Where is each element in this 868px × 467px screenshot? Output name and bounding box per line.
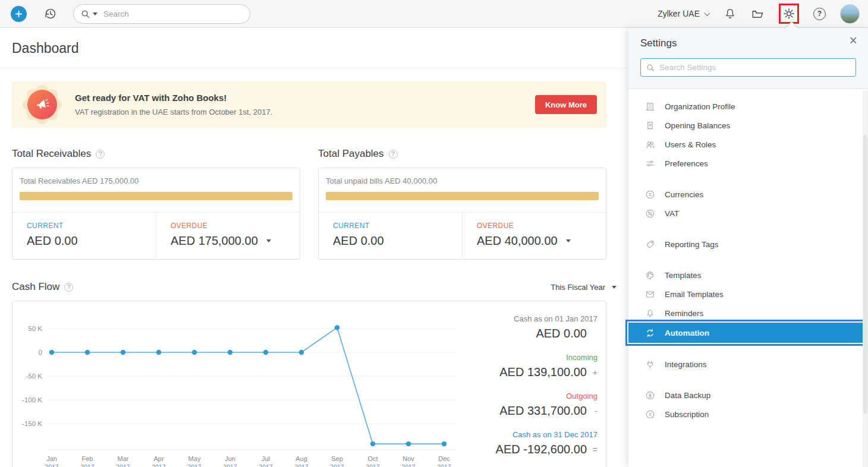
svg-text:-50 K: -50 K: [26, 373, 43, 380]
close-icon[interactable]: ×: [850, 34, 857, 48]
palette-icon: [645, 270, 655, 280]
dollar-circle-icon: $: [645, 190, 655, 200]
svg-text:0: 0: [39, 349, 42, 356]
payables-card: Total unpaid bills AED 40,000.00 CURRENT…: [318, 168, 606, 260]
settings-item-opening-balances[interactable]: Opening Balances: [628, 116, 868, 135]
payables-overdue[interactable]: OVERDUE AED 40,000.00: [462, 213, 606, 259]
help-icon[interactable]: ?: [389, 150, 398, 159]
help-icon[interactable]: ?: [96, 150, 105, 159]
payables-current: CURRENT AED 0.00: [319, 213, 462, 259]
search-input[interactable]: [103, 10, 243, 18]
megaphone-icon: [27, 90, 57, 119]
sliders-icon: [645, 159, 655, 169]
receivables-overdue[interactable]: OVERDUE AED 175,000.00: [156, 213, 300, 259]
svg-text:Sep: Sep: [331, 455, 343, 462]
overdue-label: OVERDUE: [477, 222, 606, 230]
banner-title: Get ready for VAT with Zoho Books!: [75, 93, 272, 103]
settings-panel-header: Settings ×: [628, 28, 868, 89]
svg-text:2017: 2017: [366, 463, 380, 467]
user-avatar[interactable]: [840, 4, 860, 24]
percent-circle-icon: [645, 209, 655, 219]
gear-highlight-box: [779, 4, 799, 24]
settings-item-templates[interactable]: Templates: [628, 266, 868, 285]
period-label: This Fiscal Year: [551, 283, 605, 292]
svg-text:2017: 2017: [401, 463, 416, 467]
dashboard-content: Dashboard Get ready for VAT with Zoho Bo…: [0, 28, 628, 467]
svg-text:2017: 2017: [437, 463, 451, 467]
svg-text:2017: 2017: [152, 463, 166, 467]
cashflow-line-chart: 50 K0-50 K-100 K-150 KJan2017Feb2017Mar2…: [12, 304, 481, 467]
opening-label: Cash as on 01 Jan 2017: [481, 314, 597, 323]
payables-title: Total Payables: [318, 148, 384, 160]
settings-item-users-roles[interactable]: Users & Roles: [628, 135, 868, 154]
closing-balance-block: Cash as on 31 Dec 2017 AED -192,600.00 =: [481, 430, 597, 456]
cashflow-chart-area: 50 K0-50 K-100 K-150 KJan2017Feb2017Mar2…: [12, 301, 481, 467]
settings-item-automation[interactable]: Automation: [628, 323, 868, 343]
settings-item-reminders[interactable]: Reminders: [628, 304, 868, 323]
settings-item-email-templates[interactable]: Email Templates: [628, 285, 868, 304]
svg-text:2017: 2017: [223, 463, 237, 467]
settings-item-label: Integrations: [665, 360, 707, 369]
settings-gear-icon[interactable]: [782, 7, 795, 20]
know-more-button[interactable]: Know More: [535, 95, 597, 114]
svg-text:Oct: Oct: [367, 455, 378, 462]
current-value: AED 0.00: [27, 234, 156, 248]
period-selector[interactable]: This Fiscal Year: [551, 283, 617, 292]
org-selector[interactable]: Zylker UAE: [658, 9, 709, 18]
svg-text:Aug: Aug: [295, 455, 307, 462]
settings-item-subscription[interactable]: $Subscription: [628, 405, 868, 424]
settings-menu-group: TemplatesEmail TemplatesRemindersAutomat…: [628, 266, 868, 343]
svg-text:2017: 2017: [45, 463, 59, 467]
content-header: Dashboard: [0, 28, 628, 68]
receivables-title-row: Total Receivables ?: [12, 148, 300, 160]
receivables-current: CURRENT AED 0.00: [12, 213, 156, 259]
help-icon[interactable]: ?: [64, 283, 73, 292]
page-title: Dashboard: [12, 40, 628, 56]
settings-item-integrations[interactable]: Integrations: [628, 355, 868, 374]
chevron-down-icon[interactable]: [266, 239, 271, 242]
outgoing-label: Outgoing: [481, 392, 597, 400]
notifications-bell-icon[interactable]: [724, 7, 737, 20]
svg-text:2017: 2017: [294, 463, 309, 467]
search-scope-caret-icon[interactable]: [93, 12, 98, 15]
settings-search-input[interactable]: [659, 63, 850, 72]
svg-text:Feb: Feb: [82, 455, 93, 462]
quick-add-button[interactable]: [11, 6, 27, 22]
plus-icon: [15, 10, 23, 18]
receivables-summary: Total Receivables AED 175,000.00: [20, 176, 293, 185]
settings-menu-group: $CurrenciesVAT: [628, 185, 868, 223]
settings-item-reporting-tags[interactable]: Reporting Tags: [628, 235, 868, 254]
scrollbar-track[interactable]: [863, 90, 868, 467]
settings-menu-group: Data Backup$Subscription: [628, 386, 868, 424]
svg-text:Dec: Dec: [438, 455, 450, 462]
receivables-progress-bar: [20, 192, 293, 200]
bell-icon: [645, 308, 655, 318]
settings-item-label: Users & Roles: [665, 140, 716, 149]
svg-text:$: $: [649, 192, 652, 197]
svg-text:2017: 2017: [259, 463, 273, 467]
settings-search[interactable]: [640, 58, 856, 77]
documents-folder-icon[interactable]: [751, 7, 765, 21]
settings-item-label: Reminders: [665, 309, 703, 318]
settings-item-data-backup[interactable]: Data Backup: [628, 386, 868, 405]
settings-title: Settings: [640, 37, 856, 49]
incoming-label: Incoming: [481, 353, 597, 362]
settings-item-vat[interactable]: VAT: [628, 204, 868, 223]
svg-text:Jan: Jan: [46, 455, 57, 462]
chevron-down-icon[interactable]: [566, 239, 571, 242]
settings-item-label: VAT: [665, 209, 679, 218]
global-search[interactable]: [73, 4, 250, 24]
recent-history-icon[interactable]: [43, 7, 58, 21]
payables-summary: Total unpaid bills AED 40,000.00: [326, 176, 599, 185]
scrollbar-thumb[interactable]: [863, 135, 867, 414]
svg-text:May: May: [188, 455, 201, 462]
chevron-down-icon: [705, 10, 710, 16]
settings-item-preferences[interactable]: Preferences: [628, 154, 868, 173]
help-icon[interactable]: ?: [813, 8, 826, 20]
settings-item-organization-profile[interactable]: Organization Profile: [628, 97, 868, 116]
payables-title-row: Total Payables ?: [318, 148, 606, 160]
settings-item-currencies[interactable]: $Currencies: [628, 185, 868, 204]
users-icon: [645, 140, 655, 150]
settings-item-label: Reporting Tags: [665, 240, 719, 249]
incoming-value: AED 139,100.00: [499, 365, 587, 379]
